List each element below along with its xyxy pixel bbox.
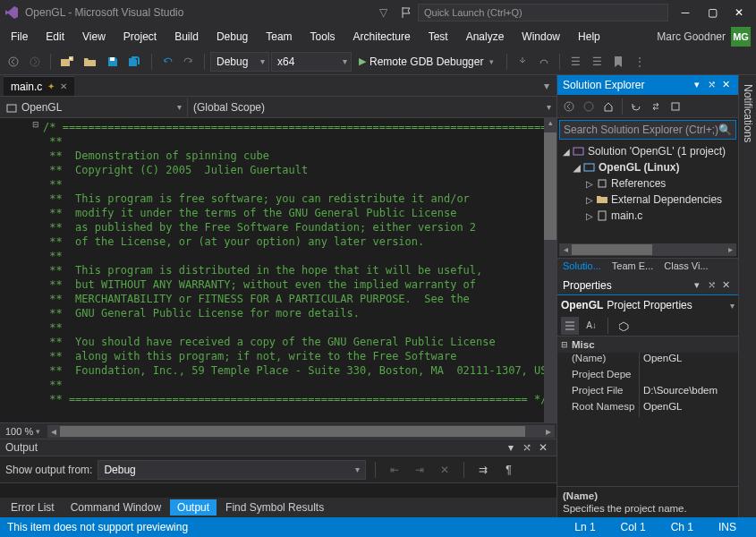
tab-error-list[interactable]: Error List bbox=[4, 499, 62, 516]
panel-dropdown-icon[interactable]: ▾ bbox=[690, 279, 704, 291]
solution-platform-select[interactable]: x64 bbox=[271, 52, 352, 72]
fold-toggle[interactable]: ⊟ bbox=[0, 120, 41, 132]
properties-grid[interactable]: ⊟Misc (Name)OpenGL Project Depe Project … bbox=[557, 337, 738, 417]
se-sync-button[interactable] bbox=[646, 97, 666, 116]
prop-row-name[interactable]: (Name)OpenGL bbox=[557, 353, 738, 369]
se-forward-button[interactable] bbox=[579, 97, 599, 116]
project-context-select[interactable]: OpenGL bbox=[0, 98, 188, 117]
property-pages-button[interactable] bbox=[616, 317, 633, 335]
nav-forward-button[interactable] bbox=[25, 52, 45, 72]
output-dropdown-icon[interactable]: ▾ bbox=[503, 441, 519, 454]
panel-tab-classview[interactable]: Class Vi... bbox=[658, 259, 713, 276]
prop-row-deps[interactable]: Project Depe bbox=[557, 369, 738, 385]
scroll-right-arrow[interactable]: ▸ bbox=[724, 243, 736, 256]
scroll-left-arrow[interactable]: ◂ bbox=[559, 243, 572, 256]
new-project-button[interactable] bbox=[56, 52, 78, 72]
menu-window[interactable]: Window bbox=[513, 28, 569, 46]
properties-category-misc[interactable]: ⊟Misc bbox=[557, 337, 738, 353]
quick-launch-input[interactable]: Quick Launch (Ctrl+Q) bbox=[418, 4, 668, 21]
panel-close-icon[interactable]: ✕ bbox=[718, 79, 733, 90]
scroll-thumb[interactable] bbox=[572, 244, 652, 255]
menu-test[interactable]: Test bbox=[420, 28, 457, 46]
status-col[interactable]: Col 1 bbox=[608, 521, 658, 533]
panel-pin-icon[interactable]: ⤯ bbox=[704, 79, 718, 90]
scroll-right-arrow[interactable]: ▸ bbox=[542, 425, 555, 438]
output-clear-button[interactable]: ⇉ bbox=[473, 460, 493, 480]
status-ins[interactable]: INS bbox=[706, 521, 749, 533]
solution-config-select[interactable]: Debug bbox=[210, 52, 269, 72]
code-editor[interactable]: ⊟ /* ===================================… bbox=[0, 118, 556, 422]
scope-context-select[interactable]: (Global Scope) bbox=[188, 98, 556, 117]
close-button[interactable]: ✕ bbox=[726, 3, 752, 22]
feedback-icon[interactable]: ▽ bbox=[373, 3, 393, 22]
se-refresh-button[interactable] bbox=[626, 97, 646, 116]
tab-output[interactable]: Output bbox=[170, 499, 217, 516]
output-pin-icon[interactable]: ⤯ bbox=[519, 441, 535, 454]
menu-analyze[interactable]: Analyze bbox=[457, 28, 514, 46]
save-button[interactable] bbox=[103, 52, 123, 72]
zoom-select[interactable]: 100 %▾ bbox=[0, 426, 46, 437]
solution-tree[interactable]: ◢ Solution 'OpenGL' (1 project) ◢ OpenGL… bbox=[557, 141, 738, 226]
comment-button[interactable]: ☰ bbox=[565, 52, 585, 72]
menu-file[interactable]: File bbox=[2, 28, 37, 46]
properties-object-select[interactable]: OpenGL Project Properties ▾ bbox=[557, 295, 738, 315]
menu-edit[interactable]: Edit bbox=[37, 28, 73, 46]
alphabetical-view-button[interactable]: A↓ bbox=[582, 317, 600, 335]
prop-row-rootns[interactable]: Root NamespOpenGL bbox=[557, 401, 738, 417]
output-wrap-button[interactable]: ¶ bbox=[498, 460, 518, 480]
horizontal-scroll-thumb[interactable] bbox=[60, 426, 525, 437]
close-tab-icon[interactable]: ✕ bbox=[60, 81, 67, 91]
prop-row-file[interactable]: Project FileD:\Source\bdem bbox=[557, 385, 738, 401]
toolbar-overflow[interactable]: ⋮ bbox=[630, 52, 650, 72]
se-showall-button[interactable] bbox=[666, 97, 685, 116]
panel-close-icon[interactable]: ✕ bbox=[718, 279, 733, 291]
tree-solution-node[interactable]: ◢ Solution 'OpenGL' (1 project) bbox=[557, 143, 738, 159]
save-all-button[interactable] bbox=[124, 52, 146, 72]
output-goto-prev[interactable]: ⇥ bbox=[410, 460, 429, 480]
redo-button[interactable] bbox=[179, 52, 199, 72]
step-into-button[interactable] bbox=[513, 52, 532, 72]
menu-debug[interactable]: Debug bbox=[208, 28, 257, 46]
status-ch[interactable]: Ch 1 bbox=[658, 521, 706, 533]
document-tab-main-c[interactable]: main.c ✦ ✕ bbox=[4, 76, 74, 96]
menu-architecture[interactable]: Architecture bbox=[344, 28, 420, 46]
panel-tab-team[interactable]: Team E... bbox=[607, 259, 658, 276]
editor-gutter[interactable]: ⊟ bbox=[0, 118, 41, 422]
menu-team[interactable]: Team bbox=[257, 28, 301, 46]
categorized-view-button[interactable] bbox=[561, 317, 579, 335]
menu-project[interactable]: Project bbox=[115, 28, 166, 46]
nav-back-button[interactable] bbox=[4, 52, 23, 72]
minimize-button[interactable]: ─ bbox=[672, 3, 699, 22]
notifications-tab[interactable]: Notifications bbox=[740, 79, 756, 148]
undo-button[interactable] bbox=[157, 52, 177, 72]
panel-pin-icon[interactable]: ⤯ bbox=[704, 279, 718, 291]
panel-dropdown-icon[interactable]: ▾ bbox=[690, 79, 704, 90]
vertical-scroll-thumb[interactable] bbox=[544, 132, 556, 240]
maximize-button[interactable]: ▢ bbox=[699, 3, 726, 22]
panel-tab-solution[interactable]: Solutio... bbox=[557, 259, 607, 276]
code-content[interactable]: /* =====================================… bbox=[41, 118, 544, 422]
start-debug-button[interactable]: ▶ Remote GDB Debugger ▾ bbox=[353, 52, 501, 72]
output-find-button[interactable]: ⇤ bbox=[385, 460, 404, 480]
menu-help[interactable]: Help bbox=[569, 28, 609, 46]
menu-tools[interactable]: Tools bbox=[302, 28, 344, 46]
solution-hscroll[interactable]: ◂ ▸ bbox=[559, 243, 736, 256]
vertical-scrollbar[interactable]: ▴ bbox=[544, 118, 556, 422]
scroll-left-arrow[interactable]: ◂ bbox=[47, 425, 60, 438]
tab-command-window[interactable]: Command Window bbox=[64, 499, 168, 516]
output-close-icon[interactable]: ✕ bbox=[535, 441, 551, 454]
pin-icon[interactable]: ✦ bbox=[47, 81, 55, 91]
output-source-select[interactable]: Debug bbox=[98, 460, 366, 480]
se-home-button[interactable] bbox=[599, 97, 618, 116]
tab-find-symbol[interactable]: Find Symbol Results bbox=[218, 499, 331, 516]
bookmark-button[interactable] bbox=[608, 52, 628, 72]
uncomment-button[interactable]: ☰ bbox=[587, 52, 607, 72]
output-goto-next[interactable]: ✕ bbox=[435, 460, 454, 480]
user-account[interactable]: Marc Goodner MG bbox=[653, 27, 754, 47]
se-back-button[interactable] bbox=[559, 97, 579, 116]
menu-build[interactable]: Build bbox=[166, 28, 208, 46]
tree-project-node[interactable]: ◢ OpenGL (Linux) bbox=[557, 159, 738, 175]
output-content[interactable] bbox=[0, 483, 556, 498]
open-file-button[interactable] bbox=[80, 52, 101, 72]
solution-search-input[interactable]: Search Solution Explorer (Ctrl+;) 🔍 bbox=[559, 120, 736, 140]
